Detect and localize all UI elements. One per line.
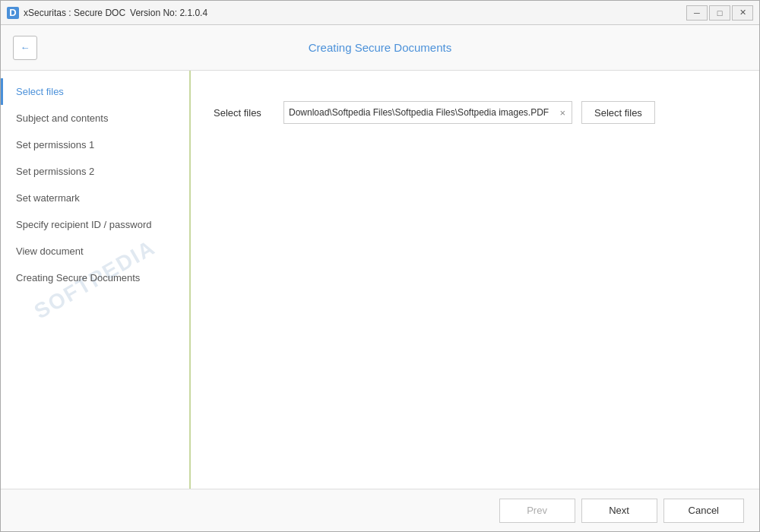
sidebar-label-set-permissions-1: Set permissions 1: [16, 139, 94, 150]
sidebar-label-select-files: Select files: [16, 86, 64, 97]
sidebar-label-set-watermark: Set watermark: [16, 192, 80, 204]
back-arrow-icon: ←: [21, 42, 30, 53]
sidebar-item-set-permissions-1[interactable]: Set permissions 1: [1, 131, 189, 158]
sidebar-label-creating-secure: Creating Secure Documents: [16, 272, 140, 283]
restore-button[interactable]: □: [709, 5, 730, 21]
app-icon: D: [7, 7, 19, 19]
minimize-button[interactable]: ─: [686, 5, 708, 21]
back-button[interactable]: ←: [13, 36, 37, 60]
sidebar-item-creating-secure[interactable]: Creating Secure Documents: [1, 264, 189, 291]
file-path-container: Download\Softpedia Files\Softpedia Files…: [283, 101, 572, 124]
header-bar: ← Creating Secure Documents: [1, 25, 759, 71]
sidebar-item-select-files[interactable]: Select files: [1, 78, 189, 105]
sidebar-label-view-document: View document: [16, 245, 84, 257]
main-window: D xSecuritas : Secure DOC Version No: 2.…: [0, 0, 760, 532]
file-select-label: Select files: [214, 107, 274, 119]
sidebar-item-set-permissions-2[interactable]: Set permissions 2: [1, 158, 189, 185]
sidebar-item-specify-recipient[interactable]: Specify recipient ID / password: [1, 211, 189, 238]
app-name: xSecuritas : Secure DOC: [24, 8, 125, 18]
close-button[interactable]: ✕: [732, 5, 753, 21]
sidebar-label-subject-contents: Subject and contents: [16, 112, 108, 124]
window-controls: ─ □ ✕: [686, 5, 753, 21]
sidebar: SOFTPEDIA Select files Subject and conte…: [1, 71, 191, 489]
select-files-button[interactable]: Select files: [581, 101, 655, 124]
title-bar-left: D xSecuritas : Secure DOC Version No: 2.…: [7, 7, 207, 19]
file-clear-button[interactable]: ×: [558, 107, 567, 119]
version-text: Version No: 2.1.0.4: [130, 8, 207, 18]
file-path-text: Download\Softpedia Files\Softpedia Files…: [289, 107, 555, 118]
sidebar-item-set-watermark[interactable]: Set watermark: [1, 185, 189, 211]
sidebar-item-view-document[interactable]: View document: [1, 238, 189, 264]
bottom-bar: Prev Next Cancel: [1, 489, 759, 531]
sidebar-label-set-permissions-2: Set permissions 2: [16, 166, 94, 177]
file-select-row: Select files Download\Softpedia Files\So…: [214, 101, 736, 124]
main-content: SOFTPEDIA Select files Subject and conte…: [1, 71, 759, 489]
next-button[interactable]: Next: [581, 499, 657, 523]
content-panel: Select files Download\Softpedia Files\So…: [191, 71, 759, 489]
cancel-button[interactable]: Cancel: [663, 499, 744, 523]
sidebar-item-subject-contents[interactable]: Subject and contents: [1, 105, 189, 131]
title-bar: D xSecuritas : Secure DOC Version No: 2.…: [1, 1, 759, 25]
prev-button[interactable]: Prev: [499, 499, 575, 523]
sidebar-label-specify-recipient: Specify recipient ID / password: [16, 219, 151, 230]
header-title: Creating Secure Documents: [309, 41, 451, 54]
